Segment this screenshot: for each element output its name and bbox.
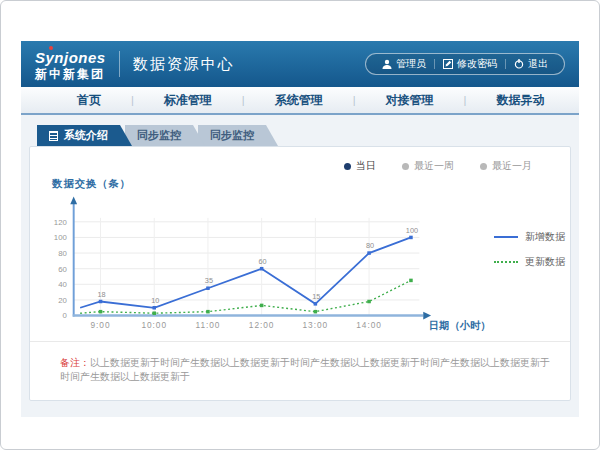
- change-password-label: 修改密码: [457, 57, 497, 71]
- filter-label: 最近一周: [414, 159, 454, 173]
- nav-separator: |: [242, 94, 245, 106]
- header: Synjones 新中新集团 数据资源中心 管理员 修改密码: [21, 41, 579, 87]
- filter-option-1[interactable]: 最近一周: [402, 159, 454, 173]
- nav-item-1[interactable]: 标准管理: [164, 92, 212, 109]
- chart-panel: 当日最近一周最近一月 0204060801001209:0010:0011:00…: [29, 146, 571, 401]
- svg-text:11:00: 11:00: [195, 320, 220, 330]
- nav-separator: |: [131, 94, 134, 106]
- svg-text:60: 60: [259, 257, 267, 266]
- logo-text-cn: 新中新集团: [35, 68, 106, 80]
- tab-0[interactable]: 系统介绍: [37, 125, 132, 146]
- document-icon: [49, 131, 58, 141]
- filter-option-0[interactable]: 当日: [344, 159, 376, 173]
- tab-label: 系统介绍: [64, 128, 108, 143]
- dotted-line-swatch: [494, 261, 518, 263]
- line-chart: 0204060801001209:0010:0011:0012:0013:001…: [42, 173, 494, 339]
- radio-dot-icon: [344, 163, 351, 170]
- footnote-label: 备注：: [60, 357, 90, 368]
- logo: Synjones 新中新集团: [35, 48, 106, 80]
- logout-icon: [514, 59, 524, 69]
- legend-label: 更新数据: [525, 255, 565, 269]
- footnote: 备注：以上数据更新于时间产生数据以上数据更新于时间产生数据以上数据更新于时间产生…: [30, 341, 570, 400]
- svg-text:120: 120: [54, 218, 68, 227]
- legend-item-new-data: 新增数据: [494, 230, 565, 244]
- filter-label: 当日: [356, 159, 376, 173]
- tab-label: 同步监控: [210, 128, 254, 143]
- svg-text:10:00: 10:00: [141, 320, 167, 330]
- page: Synjones 新中新集团 数据资源中心 管理员 修改密码: [21, 41, 579, 417]
- logout-button[interactable]: 退出: [506, 57, 556, 71]
- change-password-button[interactable]: 修改密码: [435, 57, 505, 71]
- tab-2[interactable]: 同步监控: [198, 125, 278, 146]
- chart-row: 0204060801001209:0010:0011:0012:0013:001…: [30, 173, 570, 339]
- svg-text:9:00: 9:00: [91, 320, 111, 330]
- main-nav: 首页|标准管理|系统管理|对接管理|数据异动: [21, 87, 579, 115]
- svg-text:14:00: 14:00: [356, 320, 382, 330]
- svg-text:80: 80: [366, 241, 374, 250]
- logo-text-en: Synjones: [35, 50, 106, 65]
- user-button[interactable]: 管理员: [374, 57, 434, 71]
- logout-label: 退出: [528, 57, 548, 71]
- time-filter-group: 当日最近一周最近一月: [30, 155, 570, 173]
- svg-text:12:00: 12:00: [249, 320, 275, 330]
- svg-text:100: 100: [406, 226, 418, 235]
- svg-text:日期（小时）: 日期（小时）: [429, 319, 491, 331]
- svg-text:15: 15: [312, 292, 320, 301]
- nav-separator: |: [464, 94, 467, 106]
- tab-1[interactable]: 同步监控: [125, 125, 205, 146]
- user-icon: [382, 59, 392, 69]
- nav-separator: |: [353, 94, 356, 106]
- svg-text:40: 40: [58, 280, 67, 289]
- legend-label: 新增数据: [525, 230, 565, 244]
- app-window: Synjones 新中新集团 数据资源中心 管理员 修改密码: [0, 0, 600, 450]
- page-title: 数据资源中心: [133, 55, 235, 74]
- svg-text:100: 100: [54, 233, 68, 242]
- content-area: 系统介绍同步监控同步监控 当日最近一周最近一月 0204060801001209…: [21, 115, 579, 417]
- filter-label: 最近一月: [492, 159, 532, 173]
- legend-item-update-data: 更新数据: [494, 255, 565, 269]
- svg-text:60: 60: [58, 265, 67, 274]
- svg-text:18: 18: [97, 290, 105, 299]
- svg-text:13:00: 13:00: [303, 320, 329, 330]
- chart-legend: 新增数据 更新数据: [494, 230, 565, 269]
- svg-text:20: 20: [58, 296, 67, 305]
- svg-text:数据交换（条）: 数据交换（条）: [51, 177, 131, 190]
- nav-item-0[interactable]: 首页: [77, 92, 101, 109]
- nav-item-2[interactable]: 系统管理: [275, 92, 323, 109]
- filter-option-2[interactable]: 最近一月: [480, 159, 532, 173]
- header-divider: [119, 51, 120, 77]
- svg-text:35: 35: [205, 276, 213, 285]
- nav-item-3[interactable]: 对接管理: [386, 92, 434, 109]
- nav-item-4[interactable]: 数据异动: [496, 92, 544, 109]
- brand: Synjones 新中新集团 数据资源中心: [35, 48, 235, 80]
- tab-label: 同步监控: [137, 128, 181, 143]
- radio-dot-icon: [402, 163, 409, 170]
- solid-line-swatch: [494, 236, 518, 238]
- user-button-label: 管理员: [396, 57, 426, 71]
- logo-red-dot-icon: [49, 46, 53, 50]
- svg-text:80: 80: [58, 249, 67, 258]
- footnote-text: 以上数据更新于时间产生数据以上数据更新于时间产生数据以上数据更新于时间产生数据以…: [60, 357, 550, 382]
- radio-dot-icon: [480, 163, 487, 170]
- user-toolbar: 管理员 修改密码 退出: [365, 53, 565, 75]
- svg-text:10: 10: [151, 296, 159, 305]
- svg-text:0: 0: [63, 311, 68, 320]
- tab-bar: 系统介绍同步监控同步监控: [29, 125, 571, 146]
- edit-icon: [443, 59, 453, 69]
